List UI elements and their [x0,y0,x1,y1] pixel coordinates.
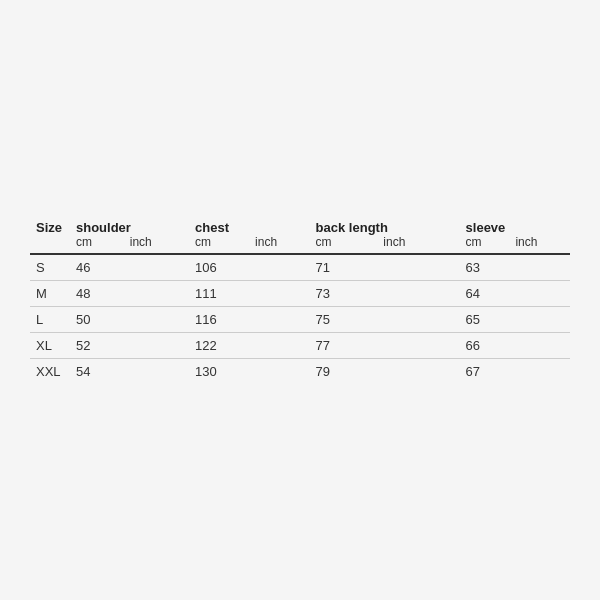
header-row-units: cm inch cm inch cm inch cm inch [30,235,570,254]
shoulder-inch-cell [124,359,189,385]
shoulder-inch-cell [124,254,189,281]
col-chest-cm: cm [189,235,249,254]
backlength-cm-cell: 73 [310,281,378,307]
size-cell: XL [30,333,70,359]
table-row: M481117364 [30,281,570,307]
size-cell: XXL [30,359,70,385]
table-row: XL521227766 [30,333,570,359]
chest-cm-cell: 130 [189,359,249,385]
backlength-cm-cell: 75 [310,307,378,333]
sleeve-cm-cell: 63 [460,254,510,281]
sleeve-inch-cell [509,254,570,281]
chest-inch-cell [249,254,310,281]
col-size-unit [30,235,70,254]
backlength-inch-cell [377,359,459,385]
backlength-cm-cell: 71 [310,254,378,281]
shoulder-cm-cell: 52 [70,333,124,359]
chest-cm-cell: 122 [189,333,249,359]
table-row: S461067163 [30,254,570,281]
table-row: L501167565 [30,307,570,333]
chest-cm-cell: 111 [189,281,249,307]
shoulder-cm-cell: 48 [70,281,124,307]
col-backlength-label: back length [310,216,460,235]
sleeve-inch-cell [509,333,570,359]
shoulder-cm-cell: 46 [70,254,124,281]
backlength-inch-cell [377,281,459,307]
backlength-inch-cell [377,307,459,333]
size-chart-body: S461067163M481117364L501167565XL52122776… [30,254,570,384]
col-sleeve-cm: cm [460,235,510,254]
backlength-inch-cell [377,254,459,281]
chest-cm-cell: 106 [189,254,249,281]
sleeve-cm-cell: 64 [460,281,510,307]
col-shoulder-cm: cm [70,235,124,254]
backlength-inch-cell [377,333,459,359]
col-sleeve-inch: inch [509,235,570,254]
col-sleeve-label: sleeve [460,216,570,235]
backlength-cm-cell: 77 [310,333,378,359]
sleeve-cm-cell: 67 [460,359,510,385]
col-shoulder-inch: inch [124,235,189,254]
sleeve-inch-cell [509,281,570,307]
chest-inch-cell [249,359,310,385]
shoulder-inch-cell [124,281,189,307]
shoulder-cm-cell: 50 [70,307,124,333]
shoulder-inch-cell [124,333,189,359]
sleeve-inch-cell [509,307,570,333]
size-cell: S [30,254,70,281]
chest-inch-cell [249,307,310,333]
backlength-cm-cell: 79 [310,359,378,385]
size-cell: L [30,307,70,333]
chest-inch-cell [249,333,310,359]
col-chest-inch: inch [249,235,310,254]
shoulder-cm-cell: 54 [70,359,124,385]
shoulder-inch-cell [124,307,189,333]
sleeve-cm-cell: 65 [460,307,510,333]
chest-inch-cell [249,281,310,307]
size-cell: M [30,281,70,307]
col-size-label: Size [30,216,70,235]
sleeve-inch-cell [509,359,570,385]
col-backlength-inch: inch [377,235,459,254]
size-chart-container: Size shoulder chest back length sleeve c… [10,196,590,404]
chest-cm-cell: 116 [189,307,249,333]
size-chart-table: Size shoulder chest back length sleeve c… [30,216,570,384]
col-backlength-cm: cm [310,235,378,254]
table-row: XXL541307967 [30,359,570,385]
sleeve-cm-cell: 66 [460,333,510,359]
header-row-labels: Size shoulder chest back length sleeve [30,216,570,235]
col-chest-label: chest [189,216,310,235]
col-shoulder-label: shoulder [70,216,189,235]
